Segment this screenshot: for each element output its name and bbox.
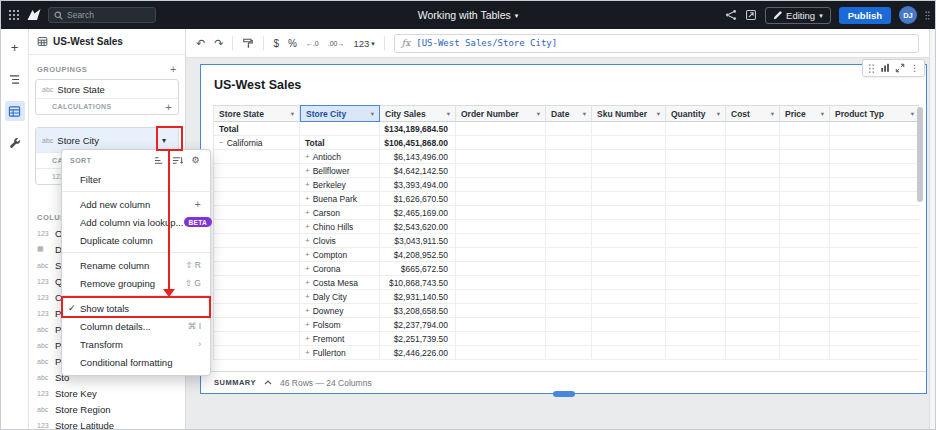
table-element[interactable]: ⋮ US-West Sales Store State▾Store City▾C… <box>200 64 927 394</box>
table-row[interactable]: +Chino Hills$2,543,620.00 <box>213 220 919 234</box>
global-search[interactable] <box>48 7 156 23</box>
table-row[interactable]: +Fullerton$2,446,226.00 <box>213 346 919 360</box>
cell-empty <box>726 220 780 234</box>
table-row[interactable]: +Clovis$3,043,911.50 <box>213 234 919 248</box>
add-calculation-icon[interactable]: + <box>165 101 172 113</box>
table-row[interactable]: +Compton$4,208,952.50 <box>213 248 919 262</box>
menu-item-add-new-column[interactable]: Add new column+ <box>62 195 210 213</box>
grouping-row-store-state[interactable]: abc Store State <box>36 80 178 98</box>
table-row[interactable]: +Fremont$2,251,739.50 <box>213 332 919 346</box>
table-row[interactable]: −CaliforniaTotal$106,451,868.00 <box>213 136 919 150</box>
table-row[interactable]: +Costa Mesa$10,868,743.50 <box>213 276 919 290</box>
percent-format-button[interactable]: % <box>288 38 297 49</box>
collapse-icon[interactable]: − <box>219 138 224 147</box>
column-header-date[interactable]: Date▾ <box>546 105 592 122</box>
panel-column-item[interactable]: 123Store Key <box>29 385 185 401</box>
menu-item-filter[interactable]: Filter <box>62 170 210 188</box>
expand-icon[interactable]: + <box>305 180 310 189</box>
add-grouping-icon[interactable]: + <box>170 63 177 75</box>
table-row[interactable]: +Bellflower$4,642,142.50 <box>213 164 919 178</box>
paint-format-icon[interactable] <box>242 37 254 49</box>
table-row[interactable]: +Carson$2,465,169.00 <box>213 206 919 220</box>
chart-icon[interactable] <box>880 63 890 73</box>
expand-icon[interactable]: + <box>305 250 310 259</box>
menu-item-column-details[interactable]: Column details...⌘ I <box>62 317 210 335</box>
share-icon[interactable] <box>725 9 737 21</box>
table-row[interactable]: +Antioch$6,143,496.00 <box>213 150 919 164</box>
expand-icon[interactable]: + <box>305 306 310 315</box>
menu-item-remove-grouping[interactable]: Remove grouping⇧ G <box>62 274 210 292</box>
gear-icon[interactable]: ⚙ <box>189 154 202 167</box>
avatar[interactable]: DJ <box>899 6 917 24</box>
maximize-icon[interactable] <box>895 63 905 73</box>
right-rail[interactable] <box>929 29 936 430</box>
column-header-store-city[interactable]: Store City▾ <box>300 105 380 122</box>
undo-icon[interactable]: ↶ <box>196 37 205 50</box>
search-input[interactable] <box>67 10 150 20</box>
table-row[interactable]: +Buena Park$1,626,670.50 <box>213 192 919 206</box>
column-header-price[interactable]: Price▾ <box>780 105 830 122</box>
expand-icon[interactable]: + <box>305 166 310 175</box>
document-title-menu[interactable]: Working with Tables ▾ <box>418 9 519 21</box>
column-header-order-number[interactable]: Order Number▾ <box>456 105 546 122</box>
table-elements-icon[interactable] <box>5 101 25 121</box>
table-row[interactable]: Total$134,189,684.50 <box>213 122 919 136</box>
column-header-cost[interactable]: Cost▾ <box>726 105 780 122</box>
panel-column-item[interactable]: abcStore Region <box>29 401 185 417</box>
expand-icon[interactable]: + <box>305 334 310 343</box>
expand-icon[interactable]: + <box>305 278 310 287</box>
collapse-chevron-icon[interactable] <box>264 380 272 385</box>
publish-button[interactable]: Publish <box>839 7 891 24</box>
expand-icon[interactable]: + <box>305 208 310 217</box>
column-menu-button[interactable]: ▾ <box>156 132 172 148</box>
sort-descending-icon[interactable] <box>171 154 184 167</box>
outline-icon[interactable] <box>5 69 25 89</box>
decrease-decimal-button[interactable]: ←.0 <box>306 40 319 47</box>
menu-item-rename-column[interactable]: Rename column⇧ R <box>62 256 210 274</box>
vertical-scrollbar[interactable] <box>917 107 923 202</box>
cell-empty <box>830 332 919 346</box>
menu-item-add-column-via-lookup[interactable]: Add column via lookup...BETA <box>62 213 210 231</box>
number-format-dropdown[interactable]: 123 ▾ <box>353 38 374 49</box>
expand-icon[interactable]: + <box>305 194 310 203</box>
table-row[interactable]: +Berkeley$3,393,494.00 <box>213 178 919 192</box>
menu-item-duplicate-column[interactable]: Duplicate column <box>62 231 210 249</box>
formula-input[interactable]: ƒx [US-West Sales/Store City] <box>394 34 919 53</box>
app-launcher-icon[interactable] <box>8 9 20 21</box>
kebab-menu-icon[interactable]: ⋮ <box>910 63 919 73</box>
menu-item-label: Add column via lookup... <box>80 217 184 228</box>
sigma-logo[interactable] <box>27 9 41 21</box>
expand-icon[interactable]: + <box>305 152 310 161</box>
drag-grip-icon[interactable] <box>868 63 875 74</box>
add-element-button[interactable]: + <box>5 37 25 57</box>
beta-badge: BETA <box>184 217 212 227</box>
expand-icon[interactable]: + <box>305 236 310 245</box>
element-resize-handle[interactable] <box>553 391 575 397</box>
embed-icon[interactable] <box>745 9 757 21</box>
element-title[interactable]: US-West Sales <box>214 78 301 92</box>
currency-format-button[interactable]: $ <box>273 38 279 49</box>
table-row[interactable]: +Corona$665,672.50 <box>213 262 919 276</box>
menu-item-show-totals[interactable]: ✓Show totals <box>62 299 210 317</box>
wrench-icon[interactable] <box>5 133 25 153</box>
editing-mode-button[interactable]: Editing ▾ <box>765 7 831 24</box>
redo-icon[interactable]: ↷ <box>214 37 223 50</box>
expand-icon[interactable]: + <box>305 348 310 357</box>
expand-icon[interactable]: + <box>305 320 310 329</box>
column-header-city-sales[interactable]: City Sales▾ <box>380 105 456 122</box>
panel-column-item[interactable]: 123Store Latitude <box>29 417 185 430</box>
sort-ascending-icon[interactable] <box>153 154 166 167</box>
column-header-sku-number[interactable]: Sku Number▾ <box>592 105 666 122</box>
table-row[interactable]: +Daly City$2,931,140.50 <box>213 290 919 304</box>
expand-icon[interactable]: + <box>305 264 310 273</box>
menu-item-conditional-formatting[interactable]: Conditional formatting <box>62 353 210 371</box>
column-header-store-state[interactable]: Store State▾ <box>214 105 300 122</box>
expand-icon[interactable]: + <box>305 222 310 231</box>
expand-icon[interactable]: + <box>305 292 310 301</box>
table-row[interactable]: +Folsom$2,237,794.00 <box>213 318 919 332</box>
menu-item-transform[interactable]: Transform› <box>62 335 210 353</box>
table-row[interactable]: +Downey$3,208,658.50 <box>213 304 919 318</box>
column-header-quantity[interactable]: Quantity▾ <box>666 105 726 122</box>
column-header-product-typ[interactable]: Product Typ▾ <box>830 105 919 122</box>
increase-decimal-button[interactable]: .00→ <box>328 40 345 47</box>
